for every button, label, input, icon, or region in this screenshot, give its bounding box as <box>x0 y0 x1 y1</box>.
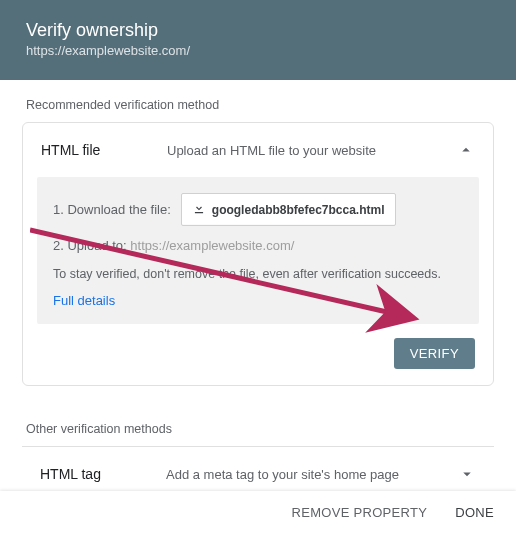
dialog-footer: REMOVE PROPERTY DONE <box>0 491 516 534</box>
done-button[interactable]: DONE <box>455 505 494 520</box>
verification-note: To stay verified, don't remove the file,… <box>53 267 463 281</box>
remove-property-button[interactable]: REMOVE PROPERTY <box>292 505 428 520</box>
download-filename: googledabb8bfefec7bcca.html <box>212 203 385 217</box>
download-file-button[interactable]: googledabb8bfefec7bcca.html <box>181 193 396 226</box>
property-url: https://examplewebsite.com/ <box>26 43 490 58</box>
chevron-down-icon <box>458 465 476 483</box>
page-title: Verify ownership <box>26 20 490 41</box>
chevron-up-icon <box>457 141 475 159</box>
dialog-header: Verify ownership https://examplewebsite.… <box>0 0 516 80</box>
step1-label: 1. Download the file: <box>53 202 171 217</box>
step2-url: https://examplewebsite.com/ <box>130 238 294 253</box>
method-desc: Add a meta tag to your site's home page <box>166 467 442 482</box>
method-title: HTML tag <box>40 466 150 482</box>
recommended-method-card: HTML file Upload an HTML file to your we… <box>22 122 494 386</box>
full-details-link[interactable]: Full details <box>53 293 463 308</box>
step2-label: 2. Upload to: <box>53 238 127 253</box>
verify-button[interactable]: VERIFY <box>394 338 475 369</box>
recommended-section-label: Recommended verification method <box>0 80 516 122</box>
other-section-label: Other verification methods <box>0 404 516 446</box>
method-title: HTML file <box>41 142 151 158</box>
download-icon <box>192 201 206 218</box>
method-desc: Upload an HTML file to your website <box>167 143 441 158</box>
method-html-file-header[interactable]: HTML file Upload an HTML file to your we… <box>23 123 493 177</box>
method-instructions: 1. Download the file: googledabb8bfefec7… <box>37 177 479 324</box>
